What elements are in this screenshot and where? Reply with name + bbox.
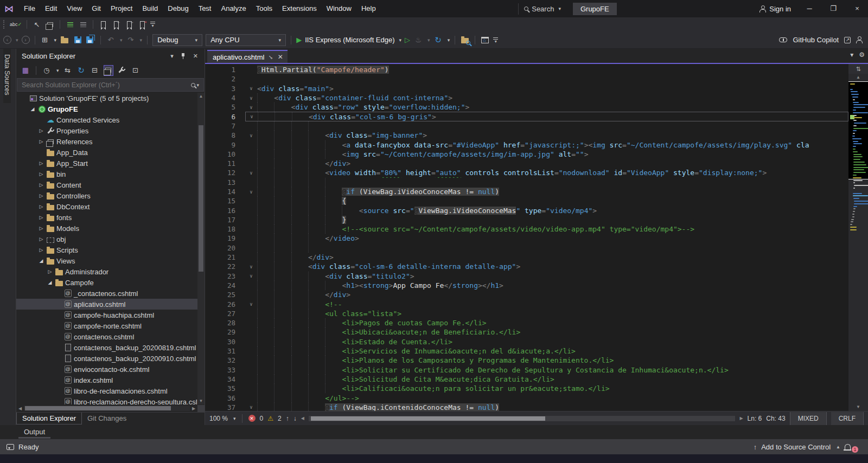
sign-in-button[interactable]: Sign in <box>754 5 796 13</box>
tree-item[interactable]: ▷obj <box>16 234 205 245</box>
code-line[interactable]: 9<a data-fancybox data-src="#VideoApp" h… <box>205 140 848 149</box>
code-line[interactable]: 20 <box>205 243 848 253</box>
code-line[interactable]: 14∨@if (ViewBag.iVideoConoceMas != null) <box>205 187 848 196</box>
add-to-source-control-button[interactable]: Add to Source Control <box>761 443 831 451</box>
search-dropdown-icon[interactable]: ▾ <box>558 6 561 11</box>
menu-debug[interactable]: Debug <box>163 0 193 17</box>
run-target-label[interactable]: IIS Express (Microsoft Edge) <box>305 36 394 44</box>
tree-item[interactable]: ▷DbContext <box>16 201 205 212</box>
code-line[interactable]: 29<li>Ubicaci&oacute;n de Beneficiario.<… <box>205 327 848 337</box>
code-line[interactable]: 3∨<div class="main"> <box>205 84 848 93</box>
code-line[interactable]: 35<li>Calificaci&oacute;n para solicitar… <box>205 384 848 393</box>
data-sources-tab[interactable]: Data Sources <box>3 49 11 103</box>
code-line[interactable]: 1@Html.Partial("Campofe/header") <box>205 65 848 74</box>
code-line[interactable]: 19</video> <box>205 234 848 243</box>
menu-help[interactable]: Help <box>356 0 381 17</box>
menu-test[interactable]: Test <box>194 0 216 17</box>
tree-expander-icon[interactable]: ▷ <box>37 226 46 231</box>
menu-tools[interactable]: Tools <box>251 0 277 17</box>
share-icon[interactable] <box>844 37 851 43</box>
toolbar-overflow-icon[interactable]: ▾ <box>150 22 155 27</box>
tree-item[interactable]: ◢GrupoFE <box>16 104 205 114</box>
indent-icon[interactable] <box>65 20 75 29</box>
tree-item[interactable]: ▷Scripts <box>16 245 205 255</box>
zoom-dropdown-icon[interactable]: ▾ <box>233 416 236 421</box>
close-button[interactable]: × <box>846 0 868 17</box>
platform-select[interactable]: Any CPU ▾ <box>206 34 286 46</box>
toggle-bookmark-icon[interactable] <box>98 20 108 29</box>
browser-link-icon[interactable] <box>480 35 490 45</box>
paste-icon[interactable] <box>45 20 55 29</box>
tree-vertical-scrollbar[interactable]: ▲ ▼ <box>197 93 205 404</box>
code-line[interactable]: 10<img src="~/Content/campofe/assets/img… <box>205 150 848 159</box>
tree-item[interactable]: @enviocontacto-ok.cshtml <box>16 364 205 375</box>
tree-item[interactable]: Solution 'GrupoFE' (5 of 5 projects) <box>16 93 205 104</box>
menu-file[interactable]: File <box>19 0 40 17</box>
tree-expander-icon[interactable]: ◢ <box>37 258 46 263</box>
code-line[interactable]: 28<li>Pagos de cuotas Campo Fe.</li> <box>205 318 848 327</box>
fold-marker-icon[interactable]: ∨ <box>245 273 257 279</box>
navigate-back-dropdown[interactable]: ▾ <box>16 37 18 43</box>
copilot-account-icon[interactable] <box>856 36 863 43</box>
find-in-files-icon[interactable] <box>460 35 470 45</box>
minimap-body[interactable] <box>848 81 868 403</box>
code-area[interactable]: 1@Html.Partial("Campofe/header")23∨<div … <box>205 64 868 411</box>
scroll-down-icon[interactable]: ▼ <box>197 397 205 404</box>
tree-item[interactable]: App_Data <box>16 147 205 158</box>
code-line[interactable]: 12∨<video width="80%" height="auto" cont… <box>205 168 848 177</box>
new-project-icon[interactable]: ⊞ <box>40 35 50 45</box>
tree-expander-icon[interactable]: ▷ <box>37 182 46 188</box>
next-bookmark-icon[interactable]: → <box>124 20 134 29</box>
tree-item[interactable]: ▷Controllers <box>16 190 205 201</box>
code-line[interactable]: 30<li>Estado de Cuenta.</li> <box>205 337 848 346</box>
panel-tab-git-changes[interactable]: Git Changes <box>82 413 132 424</box>
redo-icon[interactable]: ↷ <box>126 35 136 45</box>
restart-dropdown[interactable]: ▾ <box>448 37 450 43</box>
fold-marker-icon[interactable]: ∨ <box>245 170 257 176</box>
scroll-left-icon[interactable]: ◀ <box>301 416 304 421</box>
scroll-down-icon[interactable]: ▼ <box>848 403 868 411</box>
tree-item[interactable]: @aplicativo.cshtml <box>16 299 205 310</box>
panel-tab-solution-explorer[interactable]: Solution Explorer <box>16 413 82 425</box>
menu-analyze[interactable]: Analyze <box>216 0 251 17</box>
menu-edit[interactable]: Edit <box>40 0 62 17</box>
fold-marker-icon[interactable]: ∨ <box>245 95 257 101</box>
menu-window[interactable]: Window <box>322 0 356 17</box>
open-file-icon[interactable] <box>60 35 69 45</box>
navigate-back-icon[interactable]: ‹ <box>3 36 11 44</box>
editor-horizontal-scrollbar[interactable] <box>309 416 736 421</box>
sync-with-active-document-icon[interactable]: ⇆ <box>63 65 73 76</box>
fold-marker-icon[interactable]: ∨ <box>245 301 257 307</box>
pin-icon[interactable] <box>180 53 187 59</box>
maximize-button[interactable]: ❐ <box>822 0 844 17</box>
tree-item[interactable]: ▷References <box>16 136 205 147</box>
code-line[interactable]: 16<source src="@ViewBag.iVideoConoceMas"… <box>205 205 848 215</box>
solution-explorer-search[interactable]: ▾ <box>17 78 204 92</box>
redo-dropdown[interactable]: ▾ <box>140 37 143 43</box>
start-debugging-icon[interactable]: ▶ <box>296 36 302 44</box>
refresh-icon[interactable]: ↻ <box>76 65 86 76</box>
menu-build[interactable]: Build <box>137 0 163 17</box>
code-line[interactable]: 25</div> <box>205 290 848 299</box>
preview-selected-items-icon[interactable]: ⊡ <box>131 65 141 76</box>
tree-expander-icon[interactable]: ▷ <box>37 128 46 133</box>
tree-expander-icon[interactable]: ◢ <box>46 280 54 285</box>
scrollbar-thumb[interactable] <box>199 125 203 272</box>
minimize-button[interactable]: ─ <box>799 0 820 17</box>
outdent-icon[interactable] <box>78 20 88 29</box>
scroll-right-icon[interactable]: ▶ <box>190 406 197 411</box>
code-line[interactable]: 7 <box>205 121 848 131</box>
fold-marker-icon[interactable]: ∨ <box>245 404 257 410</box>
previous-issue-icon[interactable]: ↑ <box>286 415 289 422</box>
tree-expander-icon[interactable]: ▷ <box>37 204 46 209</box>
tree-expander-icon[interactable]: ▷ <box>37 193 46 198</box>
tree-item[interactable]: contactenos_backup_20200910.cshtml <box>16 353 205 364</box>
code-line[interactable]: 27<ul class="lista"> <box>205 309 848 318</box>
navigate-forward-icon[interactable]: › <box>22 36 30 44</box>
code-line[interactable]: 32<li>Planos de los Camposantos y Progra… <box>205 356 848 365</box>
tree-item[interactable]: @campofe-huachipa.cshtml <box>16 310 205 320</box>
code-line[interactable]: 21</div> <box>205 253 848 262</box>
show-all-files-icon[interactable] <box>104 65 113 76</box>
notifications-bell-icon[interactable] <box>845 444 851 449</box>
fold-marker-icon[interactable]: ∨ <box>245 264 257 269</box>
